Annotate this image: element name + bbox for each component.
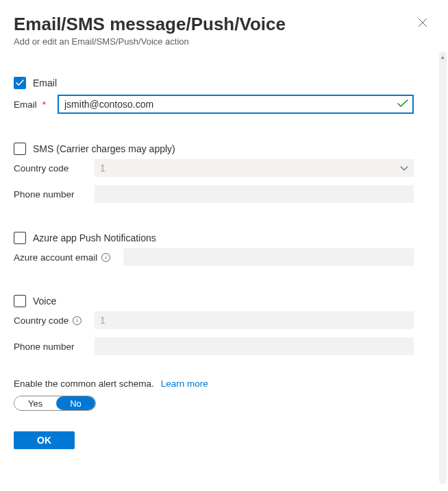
- voice-phone-label: Phone number: [14, 342, 95, 352]
- push-checkbox-label: Azure app Push Notifications: [33, 232, 156, 243]
- ok-button[interactable]: OK: [14, 431, 75, 449]
- chevron-down-icon: [400, 163, 408, 173]
- voice-phone-input[interactable]: [95, 337, 414, 355]
- learn-more-link[interactable]: Learn more: [161, 379, 208, 389]
- email-field-label: Email*: [14, 99, 58, 110]
- sms-phone-label: Phone number: [14, 189, 95, 200]
- voice-checkbox-label: Voice: [33, 296, 56, 307]
- sms-checkbox-label: SMS (Carrier charges may apply): [33, 143, 175, 154]
- alert-schema-toggle[interactable]: Yes No: [14, 396, 96, 411]
- push-email-label: Azure account email i: [14, 252, 123, 263]
- sms-country-code-select[interactable]: 1: [95, 159, 414, 177]
- toggle-yes[interactable]: Yes: [14, 396, 56, 410]
- header: Email/SMS message/Push/Voice Add or edit…: [14, 14, 432, 47]
- voice-section: Voice Country code i Phone number: [14, 295, 414, 355]
- info-icon[interactable]: i: [73, 316, 82, 325]
- sms-section: SMS (Carrier charges may apply) Country …: [14, 143, 414, 203]
- page-subtitle: Add or edit an Email/SMS/Push/Voice acti…: [14, 36, 414, 47]
- voice-country-code-label: Country code i: [14, 315, 95, 326]
- content: Email Email* SMS (Carrier charges may ap…: [14, 77, 432, 449]
- push-checkbox[interactable]: [14, 232, 26, 244]
- info-icon[interactable]: i: [101, 253, 110, 262]
- push-section: Azure app Push Notifications Azure accou…: [14, 232, 414, 266]
- email-checkbox-label: Email: [33, 77, 57, 88]
- sms-phone-input[interactable]: [95, 185, 414, 203]
- page-title: Email/SMS message/Push/Voice: [14, 14, 414, 35]
- email-checkbox[interactable]: [14, 77, 26, 89]
- alert-schema-text: Enable the common alert schema. Learn mo…: [14, 379, 414, 389]
- close-icon[interactable]: [414, 14, 432, 33]
- sms-country-code-label: Country code: [14, 163, 95, 173]
- panel: Email/SMS message/Push/Voice Add or edit…: [0, 0, 448, 491]
- email-input[interactable]: [58, 95, 414, 114]
- email-section: Email Email*: [14, 77, 414, 114]
- sms-checkbox[interactable]: [14, 143, 26, 155]
- sms-country-code-value: 1: [100, 163, 105, 173]
- voice-country-code-input[interactable]: [95, 311, 414, 329]
- toggle-no[interactable]: No: [56, 396, 95, 410]
- scroll-up-icon[interactable]: ▴: [439, 53, 447, 60]
- voice-checkbox[interactable]: [14, 295, 26, 307]
- push-email-input[interactable]: [123, 248, 414, 266]
- scrollbar[interactable]: ▴: [439, 51, 447, 484]
